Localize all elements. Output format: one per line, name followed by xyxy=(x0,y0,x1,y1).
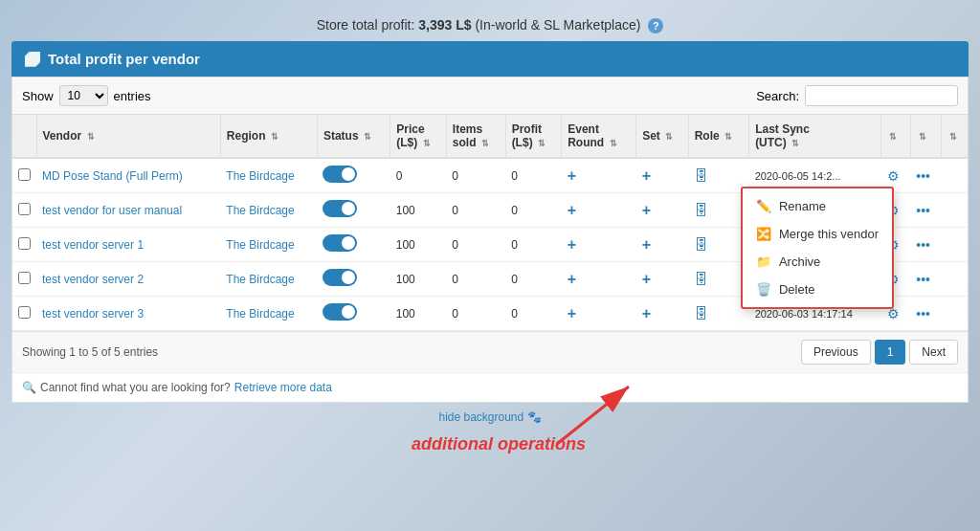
row-checkbox[interactable] xyxy=(12,262,36,297)
set-plus-5[interactable]: + xyxy=(642,305,651,322)
th-region[interactable]: Region ⇅ xyxy=(220,115,317,158)
gear-icon-1[interactable]: ⚙ xyxy=(887,168,900,184)
event-round-plus-2[interactable]: + xyxy=(568,202,576,219)
event-round-plus-1[interactable]: + xyxy=(568,167,576,185)
set-plus-1[interactable]: + xyxy=(642,167,651,185)
th-last-sync[interactable]: Last Sync(UTC) ⇅ xyxy=(749,115,881,158)
region-link-5[interactable]: The Birdcage xyxy=(226,307,294,321)
th-set[interactable]: Set ⇅ xyxy=(636,115,689,158)
th-status[interactable]: Status ⇅ xyxy=(317,115,390,158)
row-dots[interactable]: ••• xyxy=(910,297,941,331)
dots-icon-3[interactable]: ••• xyxy=(916,237,930,253)
event-round-plus-3[interactable]: + xyxy=(568,236,576,254)
row-profit: 0 xyxy=(505,262,562,297)
checkbox-input-4[interactable] xyxy=(18,272,31,284)
row-dots[interactable]: ••• xyxy=(910,262,941,297)
show-entries-control: Show 10 25 50 100 entries xyxy=(22,85,151,106)
th-profit[interactable]: Profit(L$) ⇅ xyxy=(505,115,562,158)
vendor-link-2[interactable]: test vendor for user manual xyxy=(42,204,182,217)
checkbox-input-2[interactable] xyxy=(18,203,31,215)
sort-event-icon: ⇅ xyxy=(610,139,617,148)
th-action3: ⇅ xyxy=(942,115,968,158)
row-dots[interactable]: ••• xyxy=(910,228,941,262)
set-plus-4[interactable]: + xyxy=(642,271,651,288)
ctx-label: Merge this vendor xyxy=(779,227,879,241)
dots-icon-5[interactable]: ••• xyxy=(916,306,930,321)
vendor-link-5[interactable]: test vendor server 3 xyxy=(42,307,144,321)
store-profit-label: Store total profit: xyxy=(317,17,415,33)
row-set[interactable]: + xyxy=(636,193,689,228)
vendor-link-1[interactable]: MD Pose Stand (Full Perm) xyxy=(42,169,183,183)
row-extra xyxy=(942,297,968,331)
role-db-3[interactable]: 🗄 xyxy=(694,236,708,253)
region-link-1[interactable]: The Birdcage xyxy=(226,169,294,183)
region-link-2[interactable]: The Birdcage xyxy=(226,204,294,217)
row-set[interactable]: + xyxy=(636,262,689,297)
row-event-round[interactable]: + xyxy=(562,158,636,193)
th-role[interactable]: Role ⇅ xyxy=(688,115,748,158)
ctx-icon: 📁 xyxy=(756,254,771,269)
role-db-1[interactable]: 🗄 xyxy=(694,167,708,184)
set-plus-3[interactable]: + xyxy=(642,236,651,254)
status-toggle-3[interactable] xyxy=(323,234,357,252)
checkbox-input-1[interactable] xyxy=(18,168,31,181)
row-event-round[interactable]: + xyxy=(562,193,636,228)
dots-icon-1[interactable]: ••• xyxy=(916,168,930,184)
search-input[interactable] xyxy=(805,85,958,106)
row-event-round[interactable]: + xyxy=(562,228,636,262)
row-vendor: test vendor server 3 xyxy=(36,297,220,331)
status-toggle-4[interactable] xyxy=(323,269,357,286)
next-button[interactable]: Next xyxy=(909,340,958,365)
dots-icon-2[interactable]: ••• xyxy=(916,203,930,218)
row-event-round[interactable]: + xyxy=(562,262,636,297)
checkbox-input-5[interactable] xyxy=(18,306,31,319)
row-set[interactable]: + xyxy=(636,158,689,193)
row-dots[interactable]: ••• xyxy=(910,193,941,228)
th-event-round[interactable]: EventRound ⇅ xyxy=(562,115,636,158)
ctx-label: Rename xyxy=(779,199,826,213)
th-price[interactable]: Price(L$) ⇅ xyxy=(390,115,447,158)
row-dots[interactable]: ••• xyxy=(910,158,941,193)
previous-button[interactable]: Previous xyxy=(801,340,871,365)
context-menu-item-merge-this-vendor[interactable]: 🔀 Merge this vendor xyxy=(743,220,892,248)
event-round-plus-4[interactable]: + xyxy=(568,271,576,288)
row-set[interactable]: + xyxy=(636,228,689,262)
row-event-round[interactable]: + xyxy=(562,297,636,331)
row-items-sold: 0 xyxy=(446,262,505,297)
row-checkbox[interactable] xyxy=(12,193,36,228)
event-round-plus-5[interactable]: + xyxy=(568,305,576,322)
row-checkbox[interactable] xyxy=(12,158,36,193)
hide-background-link[interactable]: hide background 🐾 xyxy=(438,410,541,424)
sort-set-icon: ⇅ xyxy=(665,132,673,142)
row-vendor: MD Pose Stand (Full Perm) xyxy=(36,158,220,193)
retrieve-data-link[interactable]: Retrieve more data xyxy=(234,381,332,394)
vendor-link-3[interactable]: test vendor server 1 xyxy=(42,238,144,252)
ctx-label: Delete xyxy=(779,282,815,297)
entries-select[interactable]: 10 25 50 100 xyxy=(59,85,108,106)
th-checkbox xyxy=(12,115,36,158)
row-set[interactable]: + xyxy=(636,297,689,331)
ctx-icon: 🔀 xyxy=(756,227,771,241)
role-db-4[interactable]: 🗄 xyxy=(694,271,708,287)
entries-label: entries xyxy=(114,89,151,103)
set-plus-2[interactable]: + xyxy=(642,202,651,219)
dots-icon-4[interactable]: ••• xyxy=(916,272,930,287)
role-db-5[interactable]: 🗄 xyxy=(694,305,708,321)
context-menu-item-rename[interactable]: ✏️ Rename xyxy=(743,192,892,220)
status-toggle-2[interactable] xyxy=(323,200,357,217)
status-toggle-5[interactable] xyxy=(323,303,357,321)
help-icon[interactable]: ? xyxy=(648,18,663,33)
region-link-3[interactable]: The Birdcage xyxy=(226,238,294,252)
vendor-link-4[interactable]: test vendor server 2 xyxy=(42,273,144,286)
page-1-button[interactable]: 1 xyxy=(875,340,906,365)
context-menu-item-archive[interactable]: 📁 Archive xyxy=(743,248,892,276)
status-toggle-1[interactable] xyxy=(323,166,357,183)
th-items-sold[interactable]: Itemssold ⇅ xyxy=(446,115,505,158)
row-checkbox[interactable] xyxy=(12,228,36,262)
row-checkbox[interactable] xyxy=(12,297,36,331)
context-menu-item-delete[interactable]: 🗑️ Delete xyxy=(743,276,892,303)
role-db-2[interactable]: 🗄 xyxy=(694,202,708,218)
checkbox-input-3[interactable] xyxy=(18,237,31,250)
th-vendor[interactable]: Vendor ⇅ xyxy=(36,115,220,158)
region-link-4[interactable]: The Birdcage xyxy=(226,273,294,286)
